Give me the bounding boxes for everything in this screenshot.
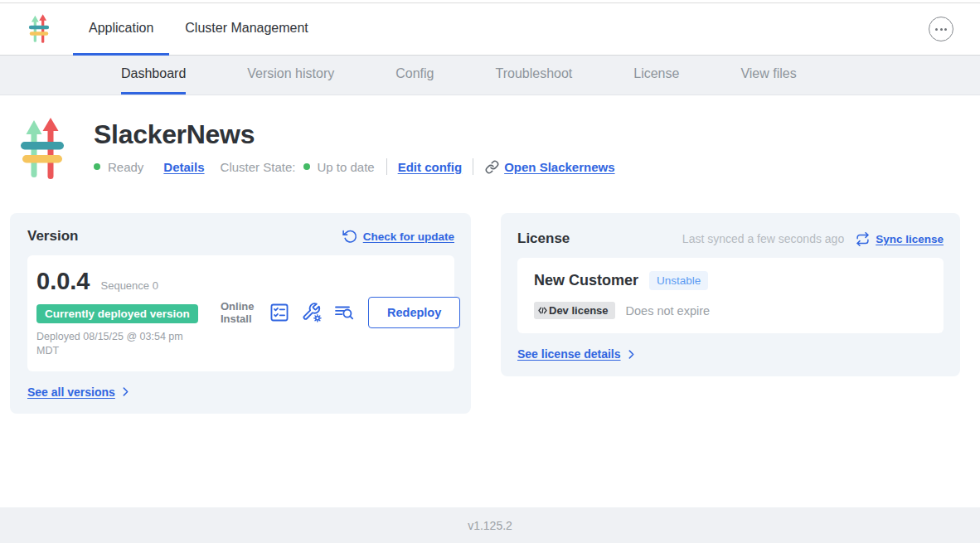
deployed-timestamp: Deployed 08/15/25 @ 03:54 pm MDT — [36, 330, 206, 358]
app-logo-icon — [27, 14, 51, 44]
check-for-update-link[interactable]: Check for update — [363, 230, 454, 243]
dashboard-main: SlackerNews Ready Details Cluster State:… — [0, 95, 980, 507]
subnav-troubleshoot[interactable]: Troubleshoot — [495, 56, 572, 95]
page-title: SlackerNews — [94, 119, 615, 150]
license-card: License Last synced a few seconds ago Sy… — [501, 213, 960, 376]
last-synced-text: Last synced a few seconds ago — [682, 232, 844, 245]
subnav-version-history[interactable]: Version history — [247, 56, 334, 95]
license-card-header: License Last synced a few seconds ago Sy… — [517, 230, 944, 247]
license-card-title: License — [517, 230, 570, 247]
subnav-config[interactable]: Config — [395, 56, 434, 95]
primary-tabs: Application Cluster Management — [73, 3, 324, 55]
app-subnav: Dashboard Version history Config Trouble… — [0, 56, 980, 95]
app-icon — [17, 118, 67, 181]
status-details-link[interactable]: Details — [163, 160, 204, 174]
chevron-right-icon — [625, 348, 638, 361]
customer-name: New Customer — [534, 272, 638, 289]
currently-deployed-badge: Currently deployed version — [36, 304, 198, 323]
version-actions: Online Install — [221, 297, 460, 328]
app-heading-section: SlackerNews Ready Details Cluster State:… — [10, 118, 960, 181]
see-all-versions-link[interactable]: See all versions — [27, 385, 115, 399]
code-icon — [537, 305, 548, 316]
view-logs-icon[interactable] — [333, 302, 355, 323]
version-number: 0.0.4 — [36, 268, 90, 295]
app-header: Application Cluster Management — [0, 3, 980, 56]
current-version-panel: 0.0.4 Sequence 0 Currently deployed vers… — [27, 255, 454, 371]
see-license-details-link[interactable]: See license details — [517, 347, 621, 361]
refresh-icon — [342, 229, 357, 244]
version-card: Version Check for update 0.0.4 Sequ — [10, 213, 471, 414]
more-options-icon — [935, 28, 938, 31]
ready-status-dot — [94, 163, 100, 170]
version-card-title: Version — [27, 228, 78, 245]
preflight-checks-icon[interactable] — [269, 302, 290, 323]
version-sequence: Sequence 0 — [101, 279, 158, 292]
divider — [386, 158, 387, 175]
subnav-license[interactable]: License — [633, 56, 679, 95]
cluster-state-text: Up to date — [317, 160, 374, 174]
chevron-right-icon — [119, 385, 132, 398]
sync-icon — [856, 232, 870, 246]
cluster-state-dot — [303, 163, 310, 170]
subnav-view-files[interactable]: View files — [740, 56, 796, 95]
tab-application[interactable]: Application — [73, 3, 169, 56]
app-footer: v1.125.2 — [0, 507, 980, 543]
license-panel: New Customer Unstable Dev license — [517, 258, 944, 333]
tab-cluster-management[interactable]: Cluster Management — [169, 3, 324, 56]
app-status-row: Ready Details Cluster State: Up to date … — [94, 158, 615, 175]
divider — [473, 158, 473, 175]
license-expiry: Does not expire — [626, 304, 711, 318]
redeploy-button[interactable]: Redeploy — [368, 297, 460, 328]
console-version: v1.125.2 — [468, 519, 512, 532]
license-type-badge: Dev license — [534, 302, 615, 319]
cluster-state-label: Cluster State: — [221, 160, 296, 174]
subnav-dashboard[interactable]: Dashboard — [121, 56, 186, 95]
dashboard-cards: Version Check for update 0.0.4 Sequ — [10, 213, 960, 414]
config-tools-icon[interactable] — [301, 302, 323, 323]
open-app-link[interactable]: Open Slackernews — [504, 160, 614, 174]
version-card-header: Version Check for update — [27, 228, 454, 245]
edit-config-link[interactable]: Edit config — [398, 160, 463, 174]
app-logo[interactable] — [27, 3, 51, 55]
link-icon — [485, 160, 499, 174]
license-type-text: Dev license — [549, 304, 609, 317]
install-type-label: Online Install — [221, 300, 258, 326]
header-right — [929, 3, 953, 55]
channel-badge: Unstable — [649, 271, 708, 290]
more-options-button[interactable] — [929, 17, 953, 41]
sync-license-link[interactable]: Sync license — [876, 233, 944, 245]
app-status-text: Ready — [108, 160, 143, 174]
